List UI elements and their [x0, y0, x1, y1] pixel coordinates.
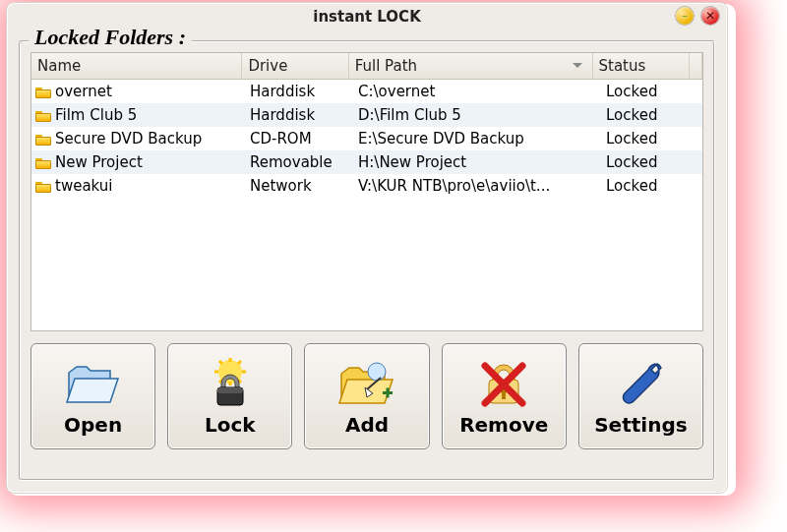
cell-path: V:\KUR NTB\pro\e\aviio\t... — [354, 174, 602, 198]
add-button-label: Add — [345, 413, 389, 437]
column-header-drive[interactable]: Drive — [242, 53, 348, 79]
cell-path: E:\Secure DVD Backup — [354, 127, 602, 150]
svg-line-5 — [219, 361, 222, 364]
cell-drive: Network — [246, 174, 354, 198]
minimize-button[interactable]: – — [676, 7, 694, 25]
app-window: instant LOCK – ✕ Locked Folders : Name D… — [6, 2, 728, 494]
group-title: Locked Folders : — [29, 25, 192, 50]
add-button[interactable]: Add — [304, 343, 429, 449]
locked-folders-group: Locked Folders : Name Drive Full Path St… — [19, 40, 715, 481]
cell-name: Film Club 5 — [55, 106, 137, 124]
svg-rect-10 — [217, 387, 243, 393]
column-header-path-label: Full Path — [355, 57, 417, 75]
settings-button-label: Settings — [594, 413, 687, 437]
cell-status: Locked — [602, 103, 700, 127]
open-button[interactable]: Open — [30, 343, 155, 449]
cell-status: Locked — [602, 174, 700, 198]
folder-icon — [35, 109, 51, 122]
cell-name: overnet — [55, 83, 112, 100]
svg-rect-13 — [387, 388, 390, 398]
toolbar: Open — [30, 343, 703, 449]
lock-button-label: Lock — [205, 413, 256, 437]
cell-path: H:\New Project — [354, 150, 602, 174]
cell-path: D:\Film Club 5 — [354, 103, 602, 127]
cell-name: New Project — [55, 153, 143, 171]
column-header-spacer — [690, 53, 702, 79]
table-header-row: Name Drive Full Path Status — [31, 53, 702, 80]
folder-table: Name Drive Full Path Status overnet Hard… — [30, 52, 703, 331]
svg-point-11 — [368, 363, 386, 381]
column-header-status[interactable]: Status — [593, 53, 690, 79]
remove-button-label: Remove — [459, 413, 548, 437]
cell-path: C:\overnet — [354, 80, 602, 103]
folder-icon — [35, 180, 51, 193]
table-row[interactable]: Secure DVD Backup CD-ROM E:\Secure DVD B… — [31, 127, 702, 150]
remove-lock-icon — [474, 356, 533, 411]
folder-icon — [35, 133, 51, 146]
padlock-sun-icon — [201, 356, 260, 411]
cell-drive: Harddisk — [246, 103, 354, 127]
cell-drive: Harddisk — [246, 80, 354, 103]
svg-line-7 — [238, 361, 241, 364]
table-row[interactable]: tweakui Network V:\KUR NTB\pro\e\aviio\t… — [31, 174, 702, 198]
settings-button[interactable]: Settings — [578, 343, 703, 449]
column-header-name[interactable]: Name — [31, 53, 242, 79]
svg-rect-16 — [502, 391, 506, 399]
cell-drive: Removable — [246, 150, 354, 174]
column-header-path[interactable]: Full Path — [349, 53, 593, 79]
folder-icon — [35, 86, 51, 98]
close-button[interactable]: ✕ — [701, 7, 719, 25]
cell-status: Locked — [602, 80, 700, 103]
folder-icon — [35, 156, 51, 169]
open-folder-icon — [64, 356, 123, 411]
wrench-icon — [611, 356, 670, 411]
lock-button[interactable]: Lock — [167, 343, 292, 449]
cell-status: Locked — [602, 127, 700, 150]
remove-button[interactable]: Remove — [442, 343, 567, 449]
table-row[interactable]: overnet Harddisk C:\overnet Locked — [31, 80, 702, 103]
cell-name: Secure DVD Backup — [55, 130, 202, 148]
window-title: instant LOCK — [313, 8, 421, 26]
table-row[interactable]: Film Club 5 Harddisk D:\Film Club 5 Lock… — [31, 103, 702, 127]
cell-status: Locked — [602, 150, 700, 174]
cell-name: tweakui — [55, 177, 112, 195]
table-row[interactable]: New Project Removable H:\New Project Loc… — [31, 150, 702, 174]
sort-indicator-down-icon — [573, 63, 582, 68]
cell-drive: CD-ROM — [246, 127, 354, 150]
add-folder-icon — [337, 356, 396, 411]
open-button-label: Open — [64, 413, 122, 437]
